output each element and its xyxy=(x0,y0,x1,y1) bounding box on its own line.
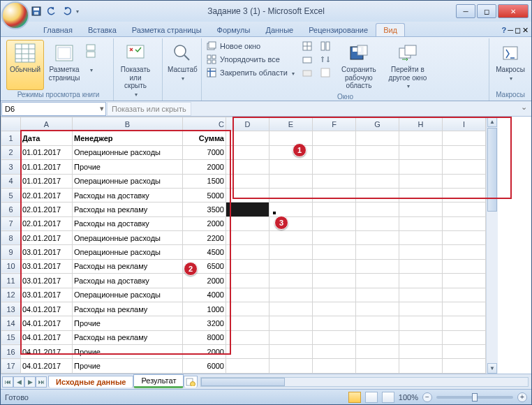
cell-I14[interactable] xyxy=(443,316,486,330)
fill-handle[interactable] xyxy=(272,211,276,215)
cell-E3[interactable] xyxy=(269,160,313,174)
col-header-B[interactable]: B xyxy=(73,117,183,131)
table-row[interactable]: 1704.01.2017Прочие6000 xyxy=(1,359,486,374)
cell-I6[interactable] xyxy=(443,202,486,216)
table-row[interactable]: 1304.01.2017Расходы на рекламу1000 xyxy=(1,302,486,316)
mdi-minimize-icon[interactable]: ─ xyxy=(508,26,513,35)
cell-E17[interactable] xyxy=(269,359,313,374)
unhide-button[interactable] xyxy=(300,66,314,79)
cell-D12[interactable] xyxy=(226,288,269,302)
cell-G13[interactable] xyxy=(356,302,399,316)
cell-B9[interactable]: Операционные расходы xyxy=(73,245,183,259)
cell-I8[interactable] xyxy=(443,231,486,245)
zoom-level[interactable]: 100% xyxy=(399,393,418,402)
name-box[interactable]: D6 ▾ xyxy=(1,102,106,116)
table-row[interactable]: 1ДатаМенеджерСумма xyxy=(1,131,486,145)
cell-A14[interactable]: 04.01.2017 xyxy=(21,316,73,330)
cell-B3[interactable]: Прочие xyxy=(73,160,183,174)
cell-E12[interactable] xyxy=(269,288,313,302)
cell-D15[interactable] xyxy=(226,330,269,344)
table-row[interactable]: 1203.01.2017Операционные расходы4000 xyxy=(1,288,486,302)
cell-C6[interactable]: 3500 xyxy=(183,202,226,216)
cell-C12[interactable]: 4000 xyxy=(183,288,226,302)
next-sheet-button[interactable]: ▶ xyxy=(24,376,36,388)
cell-G10[interactable] xyxy=(356,259,399,273)
cell-B7[interactable]: Расходы на доставку xyxy=(73,216,183,230)
arrange-all-button[interactable]: Упорядочить все xyxy=(205,53,296,66)
col-header-C[interactable]: C xyxy=(183,117,226,131)
cell-A7[interactable]: 02.01.2017 xyxy=(21,216,73,230)
row-header[interactable]: 14 xyxy=(1,316,21,330)
cell-B1[interactable]: Менеджер xyxy=(73,131,183,145)
cell-A2[interactable]: 01.01.2017 xyxy=(21,145,73,159)
cell-A5[interactable]: 02.01.2017 xyxy=(21,188,73,202)
pagelayout-view-statusbtn[interactable] xyxy=(365,392,378,403)
cell-F8[interactable] xyxy=(313,231,356,245)
cell-A13[interactable]: 04.01.2017 xyxy=(21,302,73,316)
cell-A3[interactable]: 01.01.2017 xyxy=(21,160,73,174)
close-button[interactable]: ✕ xyxy=(498,4,529,18)
zoom-out-button[interactable]: − xyxy=(422,392,432,402)
cell-G7[interactable] xyxy=(356,216,399,230)
select-all-corner[interactable] xyxy=(1,117,21,131)
row-header[interactable]: 12 xyxy=(1,288,21,302)
cell-E5[interactable] xyxy=(269,188,313,202)
cell-C5[interactable]: 5000 xyxy=(183,188,226,202)
tab-data[interactable]: Данные xyxy=(258,23,301,36)
cell-D9[interactable] xyxy=(226,245,269,259)
cell-F5[interactable] xyxy=(313,188,356,202)
resetpos-button[interactable] xyxy=(318,66,332,79)
cell-G1[interactable] xyxy=(356,131,399,145)
cell-G2[interactable] xyxy=(356,145,399,159)
vertical-scrollbar[interactable]: ▲ ▼ xyxy=(486,117,498,374)
cell-C9[interactable]: 4500 xyxy=(183,245,226,259)
hide-button[interactable] xyxy=(300,53,314,66)
cell-D13[interactable] xyxy=(226,302,269,316)
cell-H6[interactable] xyxy=(399,202,443,216)
cell-D2[interactable] xyxy=(226,145,269,159)
tab-home[interactable]: Главная xyxy=(36,23,80,36)
cell-F15[interactable] xyxy=(313,330,356,344)
table-row[interactable]: 1504.01.2017Расходы на рекламу8000 xyxy=(1,330,486,344)
help-icon[interactable]: ? xyxy=(501,26,506,35)
tab-review[interactable]: Рецензирование xyxy=(301,23,376,36)
cell-F16[interactable] xyxy=(313,345,356,359)
cell-B8[interactable]: Операционные расходы xyxy=(73,231,183,245)
mdi-close-icon[interactable]: ✕ xyxy=(522,26,529,35)
cell-G14[interactable] xyxy=(356,316,399,330)
table-row[interactable]: 602.01.2017Расходы на рекламу3500 xyxy=(1,202,486,216)
cell-E9[interactable] xyxy=(269,245,313,259)
zoom-thumb[interactable] xyxy=(472,393,478,402)
cell-B13[interactable]: Расходы на рекламу xyxy=(73,302,183,316)
cell-C16[interactable]: 2000 xyxy=(183,345,226,359)
cell-E14[interactable] xyxy=(269,316,313,330)
row-header[interactable]: 6 xyxy=(1,202,21,216)
mdi-restore-icon[interactable]: ◻ xyxy=(515,26,521,35)
new-sheet-button[interactable] xyxy=(184,376,198,388)
cell-D1[interactable] xyxy=(226,131,269,145)
zoom-in-button[interactable]: + xyxy=(517,392,527,402)
cell-F12[interactable] xyxy=(313,288,356,302)
sidebyside-button[interactable] xyxy=(318,40,332,52)
cell-A17[interactable]: 04.01.2017 xyxy=(21,359,73,374)
col-header-D[interactable]: D xyxy=(226,117,269,131)
save-icon[interactable] xyxy=(30,5,43,17)
col-header-G[interactable]: G xyxy=(356,117,399,131)
cell-H15[interactable] xyxy=(399,330,443,344)
cell-A4[interactable]: 01.01.2017 xyxy=(21,174,73,188)
expand-formula-icon[interactable]: ⌄ xyxy=(517,103,530,115)
cell-F11[interactable] xyxy=(313,274,356,288)
split-button[interactable] xyxy=(300,40,314,52)
sheet-tab-source[interactable]: Исходные данные xyxy=(48,376,133,388)
cell-C2[interactable]: 7000 xyxy=(183,145,226,159)
cell-G16[interactable] xyxy=(356,345,399,359)
pagebreak-view-statusbtn[interactable] xyxy=(382,392,394,403)
row-header[interactable]: 5 xyxy=(1,188,21,202)
cell-I7[interactable] xyxy=(443,216,486,230)
cell-A12[interactable]: 03.01.2017 xyxy=(21,288,73,302)
tab-pagelayout[interactable]: Разметка страницы xyxy=(124,23,209,36)
table-row[interactable]: 1604.01.2017Прочие2000 xyxy=(1,345,486,359)
redo-icon[interactable] xyxy=(61,5,73,17)
show-hide-button[interactable]: Показать или скрыть xyxy=(117,40,154,100)
cell-B10[interactable]: Расходы на рекламу xyxy=(73,259,183,273)
